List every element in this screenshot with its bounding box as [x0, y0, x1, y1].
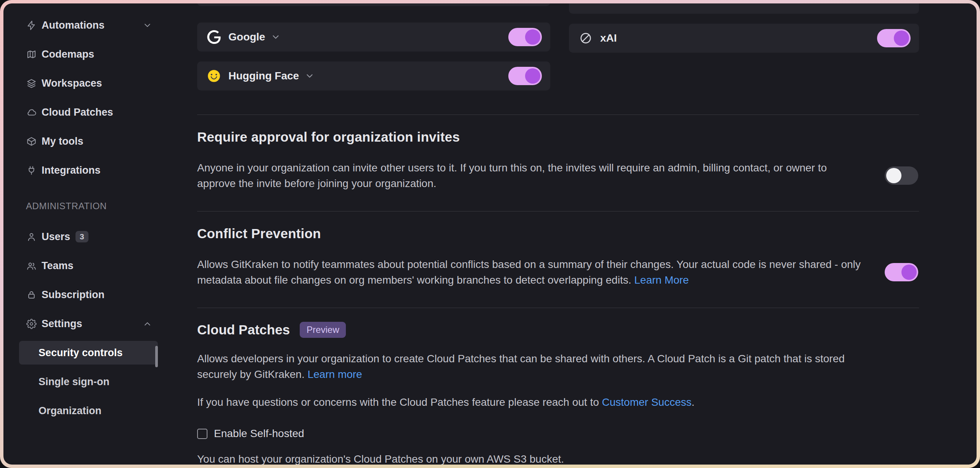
users-count-badge: 3: [76, 231, 88, 242]
toggle-knob: [894, 31, 909, 46]
provider-card-google: Google: [197, 23, 550, 52]
checkbox-label: Enable Self-hosted: [214, 428, 304, 440]
section-body-row: Allows GitKraken to notify teammates abo…: [197, 257, 919, 288]
chevron-down-icon: [143, 21, 152, 30]
sidebar-item-automations[interactable]: Automations: [19, 13, 158, 37]
hugging-face-icon: [206, 68, 222, 84]
sidebar-item-my-tools[interactable]: My tools: [19, 129, 158, 153]
provider-card-partial: [197, 3, 550, 6]
provider-column-left: Google Hugging Face: [197, 3, 550, 90]
section-title: Cloud Patches: [197, 322, 290, 337]
chevron-down-icon[interactable]: [271, 32, 281, 42]
user-icon: [26, 231, 37, 242]
section-title: Conflict Prevention: [197, 226, 919, 241]
description-text: .: [692, 396, 695, 408]
enable-self-hosted-checkbox[interactable]: [197, 429, 207, 439]
provider-card-hugging-face: Hugging Face: [197, 61, 550, 90]
sidebar-item-cloud-patches[interactable]: Cloud Patches: [19, 100, 158, 124]
chevron-down-icon[interactable]: [305, 71, 315, 81]
sidebar-item-label: Single sign-on: [39, 376, 109, 388]
self-hosted-description: You can host your organization's Cloud P…: [197, 451, 872, 465]
google-icon: [206, 29, 222, 45]
sidebar-item-workspaces[interactable]: Workspaces: [19, 71, 158, 95]
sidebar-section-administration: ADMINISTRATION: [26, 201, 158, 211]
lock-icon: [26, 289, 37, 300]
codemaps-icon: [26, 49, 37, 60]
require-approval-toggle[interactable]: [885, 166, 918, 185]
sidebar-item-label: Organization: [39, 405, 101, 417]
plug-icon: [26, 165, 37, 176]
provider-name: xAI: [600, 32, 617, 44]
toggle-knob: [886, 168, 901, 183]
sidebar-item-label: Automations: [42, 19, 104, 31]
sidebar-item-label: Teams: [42, 260, 74, 272]
sidebar-item-label: Integrations: [42, 165, 101, 176]
provider-name: Hugging Face: [228, 70, 299, 82]
sidebar-item-label: Settings: [42, 318, 82, 330]
sidebar: Automations Codemaps Workspaces: [3, 3, 158, 465]
provider-label: xAI: [578, 31, 617, 46]
automations-icon: [26, 20, 37, 31]
sidebar-item-label: My tools: [42, 136, 84, 147]
ai-provider-list: Google Hugging Face: [197, 3, 919, 90]
customer-success-link[interactable]: Customer Success: [602, 396, 692, 408]
sidebar-item-organization[interactable]: Organization: [19, 399, 158, 423]
provider-card-xai: xAI: [569, 24, 919, 53]
gear-icon: [26, 318, 37, 329]
sidebar-item-security-controls[interactable]: Security controls: [19, 341, 158, 365]
app-window: Automations Codemaps Workspaces: [3, 3, 977, 465]
section-contact-note: If you have questions or concerns with t…: [197, 394, 872, 410]
window-frame: Automations Codemaps Workspaces: [0, 0, 980, 468]
sidebar-item-label: Codemaps: [42, 48, 94, 60]
provider-card-partial: [569, 3, 919, 14]
section-conflict-prevention: Conflict Prevention Allows GitKraken to …: [197, 211, 919, 308]
description-text: If you have questions or concerns with t…: [197, 396, 599, 408]
description-text: Allows developers in your organization t…: [197, 353, 845, 380]
sidebar-item-settings[interactable]: Settings: [19, 312, 158, 336]
xai-toggle[interactable]: [877, 29, 911, 47]
google-toggle[interactable]: [508, 28, 542, 46]
sidebar-item-users[interactable]: Users 3: [19, 225, 158, 249]
section-title-row: Cloud Patches Preview: [197, 322, 919, 338]
workspaces-icon: [26, 78, 37, 89]
learn-more-link[interactable]: Learn More: [634, 274, 689, 286]
toggle-knob: [525, 68, 540, 84]
section-description: Allows developers in your organization t…: [197, 351, 872, 382]
sidebar-item-subscription[interactable]: Subscription: [19, 283, 158, 307]
conflict-prevention-toggle[interactable]: [885, 263, 918, 281]
sidebar-item-label: Subscription: [42, 289, 104, 301]
provider-label: Hugging Face: [206, 68, 315, 84]
description-text: Allows GitKraken to notify teammates abo…: [197, 258, 861, 286]
sidebar-item-label: Users: [42, 231, 70, 243]
sidebar-item-label: Workspaces: [42, 77, 102, 89]
package-icon: [26, 136, 37, 147]
section-title: Require approval for organization invite…: [197, 129, 919, 145]
sidebar-scrollbar-thumb[interactable]: [155, 346, 158, 367]
sidebar-item-single-sign-on[interactable]: Single sign-on: [19, 370, 158, 394]
section-body-row: Anyone in your organization can invite o…: [197, 160, 919, 191]
toggle-knob: [901, 265, 917, 280]
preview-badge: Preview: [300, 322, 346, 338]
section-require-approval: Require approval for organization invite…: [197, 115, 919, 211]
sidebar-item-label: Security controls: [39, 347, 123, 359]
hugging-face-toggle[interactable]: [508, 67, 542, 85]
sidebar-item-label: Cloud Patches: [42, 107, 113, 118]
sidebar-item-teams[interactable]: Teams: [19, 254, 158, 278]
provider-name: Google: [228, 31, 265, 43]
sidebar-item-integrations[interactable]: Integrations: [19, 158, 158, 182]
xai-icon: [578, 31, 593, 46]
people-icon: [26, 260, 37, 271]
section-description: Anyone in your organization can invite o…: [197, 160, 868, 191]
provider-column-right: xAI: [569, 3, 919, 90]
learn-more-link[interactable]: Learn more: [307, 368, 362, 380]
security-controls-main: Google Hugging Face: [197, 3, 919, 465]
cloud-icon: [26, 107, 37, 118]
enable-self-hosted-row[interactable]: Enable Self-hosted: [197, 428, 919, 440]
sidebar-item-codemaps[interactable]: Codemaps: [19, 42, 158, 66]
section-cloud-patches: Cloud Patches Preview Allows developers …: [197, 308, 919, 465]
toggle-knob: [525, 29, 540, 45]
chevron-up-icon: [143, 319, 152, 329]
provider-label: Google: [206, 29, 281, 45]
section-description: Allows GitKraken to notify teammates abo…: [197, 257, 868, 288]
